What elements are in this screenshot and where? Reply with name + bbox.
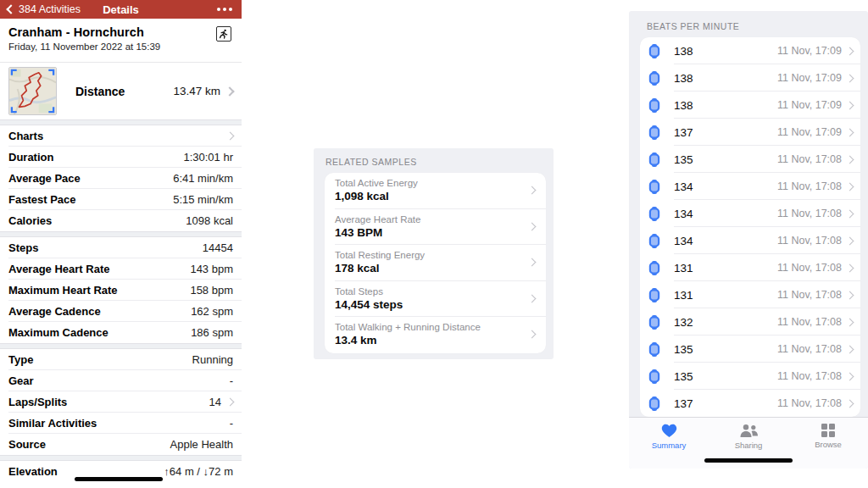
apple-watch-icon [648,369,660,384]
row-label: Maximum Cadence [8,326,108,339]
bpm-value: 137 [674,126,693,139]
stats-group-1: Charts Duration 1:30:01 hr Average Pace … [0,125,242,231]
source-row[interactable]: Source Apple Health [8,434,242,455]
type-row[interactable]: Type Running [8,349,242,370]
heart-rate-sample-row[interactable]: 13411 Nov, 17:08 [640,227,860,254]
heart-rate-sample-row[interactable]: 13111 Nov, 17:08 [640,254,860,281]
apple-watch-icon [648,71,660,86]
heart-rate-sample-row[interactable]: 13711 Nov, 17:08 [640,390,860,417]
row-label: Charts [8,130,43,142]
maximum-cadence-row[interactable]: Maximum Cadence 186 spm [8,322,242,343]
heart-rate-sample-row[interactable]: 13111 Nov, 17:08 [640,281,860,308]
distance-row[interactable]: Distance 13.47 km [0,63,242,119]
heart-rate-sample-row[interactable]: 13811 Nov, 17:09 [640,92,860,119]
apple-watch-icon [648,234,660,248]
heart-rate-sample-row[interactable]: 13511 Nov, 17:08 [640,336,860,363]
laps-splits-row[interactable]: Laps/Splits 14 [8,391,242,413]
tab-browse[interactable]: Browse [788,418,868,469]
sample-value: 14,454 steps [335,298,520,311]
total-walking-running-distance-row[interactable]: Total Walking + Running Distance 13.4 km [325,317,546,353]
back-button[interactable]: 384 Activities [8,3,81,15]
row-label: Calories [8,214,52,227]
row-value: ↑64 m / ↓72 m [164,465,233,478]
tab-label: Sharing [735,441,763,450]
total-steps-row[interactable]: Total Steps 14,454 steps [325,281,546,318]
gear-row[interactable]: Gear - [8,370,242,391]
duration-row[interactable]: Duration 1:30:01 hr [8,147,242,168]
stats-group-3: Type Running Gear - Laps/Splits 14 Simil… [0,349,242,455]
calories-row[interactable]: Calories 1098 kcal [8,210,242,231]
heart-rate-sample-row[interactable]: 13411 Nov, 17:08 [640,200,860,227]
heart-rate-sample-row[interactable]: 13711 Nov, 17:09 [640,119,860,146]
chevron-right-icon [528,222,537,230]
sample-label: Total Walking + Running Distance [335,322,520,332]
average-heart-rate-row[interactable]: Average Heart Rate 143 bpm [8,258,242,280]
bpm-value: 135 [674,370,693,383]
chevron-right-icon [528,186,537,195]
apple-watch-icon [648,207,660,221]
fastest-pace-row[interactable]: Fastest Pace 5:15 min/km [8,189,242,210]
beats-per-minute-panel: BEATS PER MINUTE 13811 Nov, 17:0913811 N… [629,11,868,469]
bpm-value: 131 [674,289,693,302]
back-label: 384 Activities [19,3,81,15]
row-value: 6:41 min/km [173,172,233,185]
heart-rate-sample-row[interactable]: 13511 Nov, 17:08 [640,146,860,173]
tab-summary[interactable]: Summary [629,418,709,469]
sample-timestamp: 11 Nov, 17:08 [777,235,842,247]
average-heart-rate-sample-row[interactable]: Average Heart Rate 143 BPM [325,209,546,246]
section-divider [0,231,242,237]
sample-timestamp: 11 Nov, 17:08 [777,397,842,409]
bpm-value: 137 [674,397,693,410]
chevron-right-icon [846,182,854,191]
chevron-right-icon [226,397,235,406]
sample-timestamp: 11 Nov, 17:08 [777,316,842,328]
heart-rate-sample-row[interactable]: 13511 Nov, 17:08 [640,363,860,390]
back-chevron-icon [6,4,15,14]
distance-value: 13.47 km [173,85,220,97]
maximum-heart-rate-row[interactable]: Maximum Heart Rate 158 bpm [8,280,242,301]
chevron-right-icon [528,294,537,302]
more-menu-icon[interactable] [229,8,232,11]
sample-value: 13.4 km [335,334,520,347]
chevron-right-icon [846,74,854,82]
sample-timestamp: 11 Nov, 17:09 [777,45,842,57]
total-active-energy-row[interactable]: Total Active Energy 1,098 kcal [325,173,546,209]
chevron-right-icon [528,330,537,339]
bpm-value: 134 [674,180,693,193]
average-cadence-row[interactable]: Average Cadence 162 spm [8,301,242,322]
row-value: 186 spm [191,326,233,339]
steps-row[interactable]: Steps 14454 [8,237,242,258]
nav-bar: 384 Activities Details [0,0,242,19]
screenshot-stage: 384 Activities Details Cranham - Hornchu… [0,0,868,488]
row-label: Elevation [8,465,58,478]
sample-label: Total Active Energy [335,178,520,188]
sample-label: Total Resting Energy [335,250,520,260]
total-resting-energy-row[interactable]: Total Resting Energy 178 kcal [325,245,546,281]
apple-watch-icon [648,98,660,113]
similar-activities-row[interactable]: Similar Activities - [8,413,242,434]
related-samples-title: RELATED SAMPLES [314,148,554,173]
row-value: 14 [209,396,221,408]
chevron-right-icon [846,128,854,136]
sample-timestamp: 11 Nov, 17:09 [777,126,842,138]
heart-rate-sample-row[interactable]: 13811 Nov, 17:09 [640,64,860,92]
bpm-value: 132 [674,316,693,329]
activity-title: Cranham - Hornchurch [8,25,233,39]
people-icon [739,424,759,438]
average-pace-row[interactable]: Average Pace 6:41 min/km [8,168,242,189]
route-map-thumbnail[interactable] [8,67,57,115]
heart-rate-sample-row[interactable]: 13211 Nov, 17:08 [640,308,860,336]
chevron-right-icon [846,372,854,380]
sample-value: 178 kcal [335,262,520,274]
sample-timestamp: 11 Nov, 17:09 [777,99,842,111]
sample-value: 1,098 kcal [335,190,520,202]
section-divider [0,119,242,125]
tab-label: Summary [652,441,687,450]
chevron-right-icon [846,345,854,353]
apple-watch-icon [648,288,660,302]
charts-row[interactable]: Charts [8,125,242,147]
heart-rate-sample-row[interactable]: 13811 Nov, 17:09 [640,37,860,64]
chevron-right-icon [846,209,854,218]
heart-rate-sample-row[interactable]: 13411 Nov, 17:08 [640,173,860,200]
row-value: - [230,417,233,430]
